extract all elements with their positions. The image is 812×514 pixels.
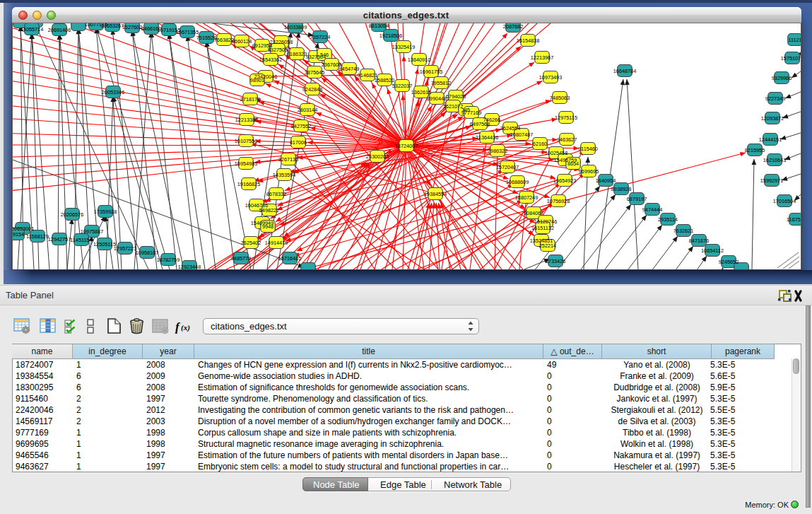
svg-text:2935114: 2935114 [658, 216, 678, 223]
svg-text:(x): (x) [181, 323, 190, 332]
svg-text:12923448: 12923448 [178, 264, 201, 270]
svg-text:21364436: 21364436 [476, 134, 498, 141]
svg-text:9329966: 9329966 [772, 75, 792, 81]
svg-text:15992971: 15992971 [760, 177, 783, 184]
svg-text:12213967: 12213967 [531, 54, 553, 61]
svg-text:10025458: 10025458 [545, 150, 567, 156]
svg-text:2087682: 2087682 [503, 23, 523, 30]
svg-text:1621072: 1621072 [443, 103, 463, 110]
svg-text:8678332: 8678332 [266, 191, 286, 197]
svg-text:2803144: 2803144 [298, 107, 317, 113]
svg-text:6794028: 6794028 [446, 93, 466, 100]
svg-text:20691406: 20691406 [48, 27, 71, 33]
svg-text:9777169: 9777169 [461, 110, 481, 116]
svg-text:10756928: 10756928 [547, 198, 570, 204]
svg-text:1362615: 1362615 [411, 89, 431, 95]
svg-text:18807249: 18807249 [515, 194, 538, 201]
svg-text:16961755: 16961755 [420, 69, 442, 75]
svg-text:8990448: 8990448 [427, 95, 447, 102]
svg-text:10973493: 10973493 [539, 74, 562, 81]
svg-text:15716485: 15716485 [278, 255, 301, 262]
svg-text:3624554: 3624554 [500, 125, 520, 132]
svg-text:9242848: 9242848 [302, 86, 322, 93]
svg-text:8427552: 8427552 [291, 123, 311, 129]
svg-text:17016504: 17016504 [773, 198, 796, 204]
svg-text:5322037: 5322037 [392, 83, 412, 89]
svg-text:19654923: 19654923 [553, 177, 576, 184]
svg-text:9485779: 9485779 [231, 255, 251, 262]
svg-text:9084067: 9084067 [524, 210, 543, 216]
svg-text:12975115: 12975115 [555, 115, 577, 121]
svg-text:16120746: 16120746 [534, 218, 557, 225]
svg-text:14914479: 14914479 [265, 240, 288, 246]
svg-text:7625402: 7625402 [241, 240, 261, 246]
svg-text:39154: 39154 [13, 231, 24, 238]
svg-text:11451154: 11451154 [70, 237, 92, 243]
svg-text:16543362: 16543362 [259, 57, 282, 63]
svg-text:12505115: 12505115 [93, 241, 116, 247]
svg-text:5498222: 5498222 [259, 207, 279, 214]
svg-text:16151132: 16151132 [531, 225, 554, 231]
svg-text:16648784: 16648784 [613, 68, 636, 74]
svg-text:8454749: 8454749 [339, 66, 359, 72]
svg-text:6879197: 6879197 [627, 196, 647, 202]
svg-text:16954985: 16954985 [235, 160, 257, 167]
svg-text:11568129: 11568129 [26, 233, 49, 240]
svg-text:18724007: 18724007 [395, 143, 418, 149]
svg-text:3875645: 3875645 [305, 69, 324, 76]
svg-text:6497568: 6497568 [470, 121, 490, 127]
svg-text:252214: 252214 [539, 243, 556, 249]
svg-text:10688609: 10688609 [506, 179, 529, 185]
svg-text:16671355: 16671355 [176, 29, 199, 35]
svg-text:20206576: 20206576 [61, 211, 83, 218]
svg-text:7632621: 7632621 [673, 228, 693, 234]
svg-text:9327503: 9327503 [268, 47, 288, 53]
svg-text:19218506: 19218506 [379, 33, 402, 39]
svg-text:25300203: 25300203 [366, 153, 389, 160]
svg-text:1527602: 1527602 [122, 24, 142, 30]
svg-text:14353594: 14353594 [273, 172, 295, 178]
svg-text:417006: 417006 [290, 139, 307, 146]
svg-text:9699695: 9699695 [579, 168, 599, 175]
svg-text:546: 546 [320, 52, 329, 58]
svg-text:12444151: 12444151 [759, 136, 782, 143]
svg-text:16033809: 16033809 [284, 24, 307, 30]
svg-text:7955812: 7955812 [431, 80, 451, 86]
svg-text:15751074: 15751074 [781, 55, 801, 62]
svg-text:12093872: 12093872 [761, 115, 784, 122]
svg-text:9463627: 9463627 [557, 136, 577, 143]
svg-text:8215955: 8215955 [745, 147, 765, 153]
svg-text:15720407: 15720407 [496, 164, 519, 170]
svg-text:17359928: 17359928 [94, 209, 117, 215]
svg-text:12213383: 12213383 [235, 117, 258, 123]
svg-text:f: f [175, 320, 181, 334]
svg-text:9245652: 9245652 [719, 259, 739, 265]
svg-text:10653267: 10653267 [101, 23, 124, 29]
svg-text:13640910: 13640910 [408, 57, 430, 63]
svg-text:10654112: 10654112 [701, 247, 724, 254]
svg-text:7357224: 7357224 [310, 34, 330, 40]
svg-text:7986322: 7986322 [488, 148, 507, 154]
svg-text:9474444: 9474444 [642, 206, 662, 213]
svg-text:8660124: 8660124 [232, 38, 252, 45]
svg-text:10958107: 10958107 [136, 250, 158, 256]
svg-text:23226058: 23226058 [270, 39, 293, 45]
svg-text:14055714: 14055714 [20, 26, 43, 33]
svg-text:16782759: 16782759 [157, 257, 180, 263]
svg-text:13325419: 13325419 [392, 44, 415, 50]
svg-text:9948: 9948 [262, 223, 273, 230]
svg-text:1640954: 1640954 [596, 177, 616, 184]
svg-text:98901: 98901 [250, 77, 264, 83]
svg-text:10807487: 10807487 [510, 132, 533, 138]
svg-text:10975887: 10975887 [81, 228, 103, 235]
svg-text:8938928: 8938928 [611, 186, 631, 192]
svg-text:12942757: 12942757 [48, 236, 71, 243]
svg-text:8186323: 8186323 [287, 51, 307, 57]
svg-text:9227349: 9227349 [765, 95, 785, 102]
svg-text:20053346: 20053346 [102, 89, 124, 95]
svg-text:62160: 62160 [533, 141, 547, 147]
svg-text:8654: 8654 [567, 160, 579, 167]
svg-text:9115460: 9115460 [578, 146, 598, 152]
svg-text:7485063: 7485063 [550, 95, 570, 101]
svg-text:17957223: 17957223 [114, 245, 136, 252]
